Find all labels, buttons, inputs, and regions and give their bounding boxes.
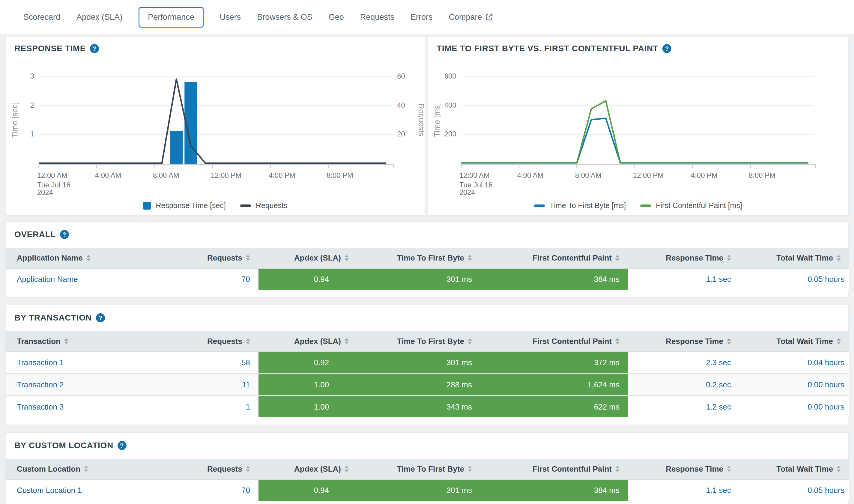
tab-label: Browsers & OS	[257, 13, 312, 22]
response-time-panel: RESPONSE TIME 12024036012:00 AMTue Jul 1…	[5, 36, 425, 216]
column-header-application-name[interactable]: Application Name	[6, 248, 180, 268]
y2-tick-label: 60	[397, 72, 405, 80]
tab-requests[interactable]: Requests	[360, 7, 394, 27]
tab-geo[interactable]: Geo	[329, 7, 344, 27]
sort-icon	[468, 338, 472, 344]
cell-value: 1,624 ms	[480, 380, 619, 390]
legend-label: Response Time [sec]	[156, 201, 225, 210]
cell-requests: 58	[180, 352, 258, 374]
row-link[interactable]: Application Name	[17, 275, 180, 284]
cell-value: 0.2 sec	[628, 380, 731, 390]
tab-browsers-os[interactable]: Browsers & OS	[257, 7, 312, 27]
x-date-label: 2024	[37, 188, 53, 196]
tab-label: Compare	[449, 13, 482, 22]
column-header-apdex-sla[interactable]: Apdex (SLA)	[258, 248, 384, 268]
column-header-requests[interactable]: Requests	[180, 248, 258, 268]
column-header-apdex-sla[interactable]: Apdex (SLA)	[258, 331, 384, 352]
help-icon[interactable]	[60, 230, 69, 239]
legend-swatch	[143, 202, 151, 210]
tab-scorecard[interactable]: Scorecard	[23, 7, 60, 27]
row-link[interactable]: Transaction 1	[17, 358, 180, 367]
column-header-label: Total Wait Time	[776, 337, 833, 346]
cell-value: 301 ms	[384, 275, 472, 284]
by-transaction-section-title: BY TRANSACTION	[6, 305, 848, 323]
tab-label: Scorecard	[23, 13, 60, 22]
cell-value: 70	[180, 486, 250, 495]
cell-first-contentful-paint: 384 ms	[480, 268, 628, 290]
legend-item-first-contentful-paint-ms[interactable]: First Contentful Paint [ms]	[640, 201, 742, 210]
legend-item-requests[interactable]: Requests	[240, 201, 288, 210]
row-name-cell: Transaction 2	[6, 374, 180, 396]
y-axis-label: Time [sec]	[11, 102, 19, 138]
cell-value: 372 ms	[480, 358, 619, 367]
column-header-label: Transaction	[17, 337, 60, 346]
tab-apdex-sla[interactable]: Apdex (SLA)	[76, 7, 122, 27]
column-header-total-wait-time[interactable]: Total Wait Time	[740, 248, 849, 268]
row-link[interactable]: Transaction 3	[17, 402, 180, 412]
cell-value: 0.94	[258, 275, 384, 284]
cell-value: 0.00 hours	[740, 402, 844, 412]
column-header-time-to-first-byte[interactable]: Time To First Byte	[384, 248, 480, 268]
cell-apdex-sla: 1.00	[258, 374, 384, 396]
column-header-apdex-sla[interactable]: Apdex (SLA)	[258, 459, 384, 480]
cell-requests: 1	[180, 396, 258, 417]
column-header-response-time[interactable]: Response Time	[628, 459, 740, 480]
column-header-label: Custom Location	[17, 464, 80, 474]
x-tick-label: 12:00 AM	[459, 171, 490, 179]
cell-response-time: 1.2 sec	[628, 396, 740, 417]
column-header-first-contentful-paint[interactable]: First Contentful Paint	[480, 459, 628, 480]
cell-value: 0.00 hours	[740, 380, 844, 390]
cell-time-to-first-byte: 301 ms	[384, 352, 480, 374]
row-name-cell: Transaction 3	[6, 396, 180, 417]
column-header-custom-location[interactable]: Custom Location	[6, 459, 180, 480]
cell-total-wait-time: 0.05 hours	[740, 480, 849, 501]
tab-compare[interactable]: Compare	[449, 7, 493, 27]
cell-apdex-sla: 0.94	[258, 480, 384, 501]
cell-response-time: 2.3 sec	[628, 352, 740, 374]
tab-users[interactable]: Users	[220, 7, 241, 27]
column-header-label: Application Name	[17, 253, 83, 263]
cell-value: 1.1 sec	[628, 275, 731, 284]
row-link[interactable]: Transaction 2	[17, 380, 180, 390]
column-header-total-wait-time[interactable]: Total Wait Time	[740, 331, 849, 352]
tab-label: Errors	[411, 13, 433, 22]
tab-label: Apdex (SLA)	[76, 13, 122, 22]
column-header-time-to-first-byte[interactable]: Time To First Byte	[384, 331, 480, 352]
by-custom-location-table: Custom LocationRequestsApdex (SLA)Time T…	[6, 459, 849, 501]
cell-requests: 11	[180, 374, 258, 396]
column-header-label: Time To First Byte	[397, 337, 464, 346]
legend-label: First Contentful Paint [ms]	[656, 201, 742, 210]
row-name-cell: Transaction 1	[6, 352, 180, 374]
cell-apdex-sla: 0.92	[258, 352, 384, 374]
column-header-label: Total Wait Time	[776, 464, 833, 474]
y2-tick-label: 40	[397, 101, 405, 109]
column-header-requests[interactable]: Requests	[180, 331, 258, 352]
column-header-response-time[interactable]: Response Time	[628, 331, 740, 352]
help-icon[interactable]	[96, 313, 105, 322]
column-header-transaction[interactable]: Transaction	[6, 331, 180, 352]
overall-table: Application NameRequestsApdex (SLA)Time …	[6, 248, 849, 290]
column-header-first-contentful-paint[interactable]: First Contentful Paint	[480, 331, 628, 352]
legend-item-response-time-sec[interactable]: Response Time [sec]	[143, 201, 225, 210]
column-header-label: Time To First Byte	[397, 253, 464, 263]
tab-performance[interactable]: Performance	[139, 7, 204, 28]
help-icon[interactable]	[117, 441, 127, 450]
sort-icon	[727, 255, 731, 261]
table-row: Custom Location 1700.94301 ms384 ms1.1 s…	[6, 480, 849, 501]
column-header-label: Requests	[207, 253, 242, 263]
column-header-requests[interactable]: Requests	[180, 459, 258, 480]
cell-time-to-first-byte: 343 ms	[384, 396, 480, 417]
response-time-legend: Response Time [sec]Requests	[6, 201, 424, 210]
tab-errors[interactable]: Errors	[411, 7, 433, 27]
x-tick-label: 8:00 PM	[327, 171, 353, 179]
section-title-text: BY TRANSACTION	[14, 313, 92, 323]
by-transaction-table: TransactionRequestsApdex (SLA)Time To Fi…	[6, 331, 849, 417]
column-header-total-wait-time[interactable]: Total Wait Time	[740, 459, 849, 480]
row-link[interactable]: Custom Location 1	[17, 486, 180, 495]
legend-item-time-to-first-byte-ms[interactable]: Time To First Byte [ms]	[534, 201, 626, 210]
cell-value: 301 ms	[384, 486, 472, 495]
column-header-time-to-first-byte[interactable]: Time To First Byte	[384, 459, 480, 480]
column-header-first-contentful-paint[interactable]: First Contentful Paint	[480, 248, 628, 268]
column-header-response-time[interactable]: Response Time	[628, 248, 740, 268]
row-name-cell: Custom Location 1	[6, 480, 180, 501]
